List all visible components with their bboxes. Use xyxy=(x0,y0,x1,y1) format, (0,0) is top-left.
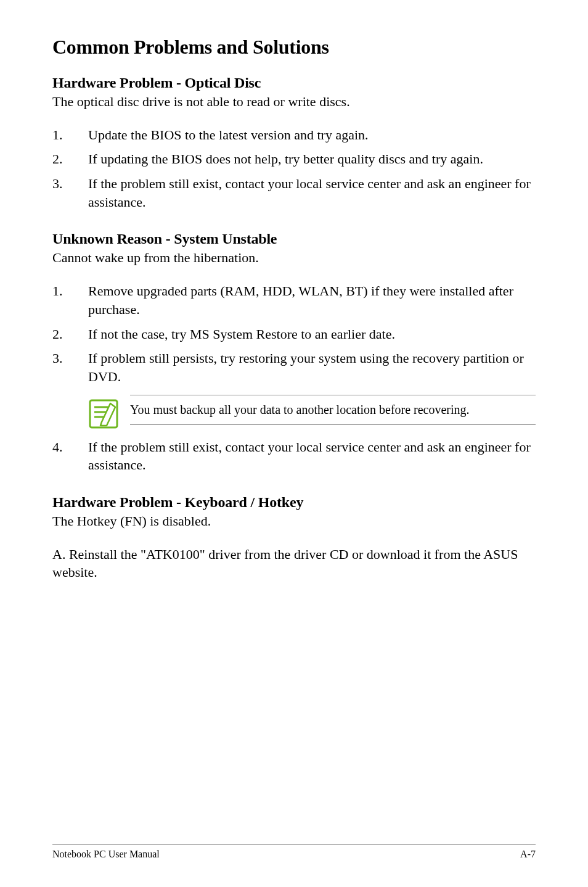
list-item: If the problem still exist, contact your… xyxy=(52,175,536,211)
list-item: If not the case, try MS System Restore t… xyxy=(52,325,536,344)
list-item: Remove upgraded parts (RAM, HDD, WLAN, B… xyxy=(52,282,536,318)
list-item: If the problem still exist, contact your… xyxy=(52,438,536,474)
section-keyboard-hotkey: Hardware Problem - Keyboard / Hotkey The… xyxy=(52,494,536,582)
footer-left: Notebook PC User Manual xyxy=(52,849,160,860)
note-text: You must backup all your data to another… xyxy=(130,395,536,425)
list-item: If updating the BIOS does not help, try … xyxy=(52,150,536,168)
footer-right: A-7 xyxy=(520,849,536,860)
numbered-list-2a: Remove upgraded parts (RAM, HDD, WLAN, B… xyxy=(52,282,536,386)
page-footer: Notebook PC User Manual A-7 xyxy=(52,844,536,860)
section-heading: Hardware Problem - Optical Disc xyxy=(52,75,536,91)
note-box: You must backup all your data to another… xyxy=(88,395,536,429)
section-optical-disc: Hardware Problem - Optical Disc The opti… xyxy=(52,75,536,211)
section-heading: Unknown Reason - System Unstable xyxy=(52,231,536,247)
numbered-list-1: Update the BIOS to the latest version an… xyxy=(52,126,536,212)
section-body: A. Reinstall the "ATK0100" driver from t… xyxy=(52,545,536,582)
numbered-list-2b: If the problem still exist, contact your… xyxy=(52,438,536,474)
section-intro: The Hotkey (FN) is disabled. xyxy=(52,512,536,530)
note-icon xyxy=(88,398,119,429)
section-heading: Hardware Problem - Keyboard / Hotkey xyxy=(52,494,536,511)
list-item: Update the BIOS to the latest version an… xyxy=(52,126,536,144)
list-item: If problem still persists, try restoring… xyxy=(52,349,536,386)
page-title: Common Problems and Solutions xyxy=(52,36,536,59)
section-intro: The optical disc drive is not able to re… xyxy=(52,93,536,111)
section-intro: Cannot wake up from the hibernation. xyxy=(52,249,536,267)
section-system-unstable: Unknown Reason - System Unstable Cannot … xyxy=(52,231,536,474)
